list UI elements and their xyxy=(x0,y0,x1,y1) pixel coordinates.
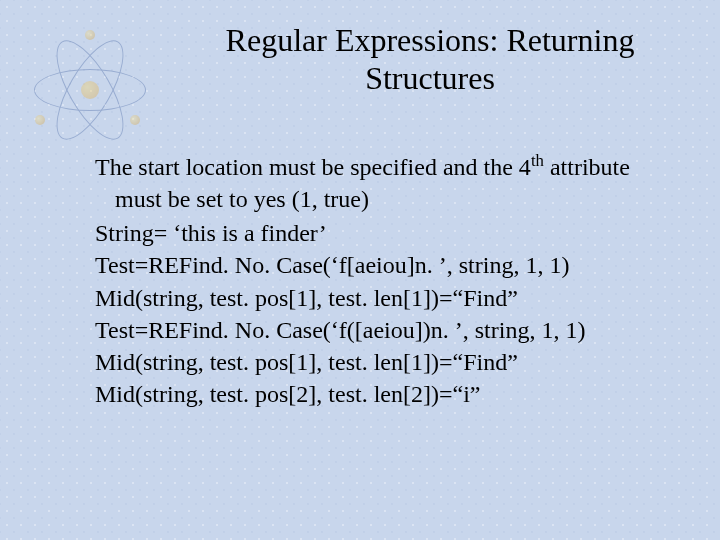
code-line: Test=REFind. No. Case(‘f([aeiou])n. ’, s… xyxy=(95,314,685,346)
intro-sup: th xyxy=(531,151,544,170)
slide-body: The start location must be specified and… xyxy=(95,150,685,410)
title-line-1: Regular Expressions: Returning xyxy=(226,22,635,58)
intro-part1: The start location must be specified and… xyxy=(95,154,531,180)
intro-part2: attribute xyxy=(544,154,630,180)
intro-line2: must be set to yes (1, true) xyxy=(115,183,685,215)
atom-decoration xyxy=(20,20,160,160)
code-line: Mid(string, test. pos[2], test. len[2])=… xyxy=(95,378,685,410)
code-line: Test=REFind. No. Case(‘f[aeiou]n. ’, str… xyxy=(95,249,685,281)
intro-text: The start location must be specified and… xyxy=(95,150,685,215)
title-line-2: Structures xyxy=(365,60,495,96)
code-line: Mid(string, test. pos[1], test. len[1])=… xyxy=(95,346,685,378)
slide-title: Regular Expressions: Returning Structure… xyxy=(170,22,690,98)
code-line: String= ‘this is a finder’ xyxy=(95,217,685,249)
code-line: Mid(string, test. pos[1], test. len[1])=… xyxy=(95,282,685,314)
